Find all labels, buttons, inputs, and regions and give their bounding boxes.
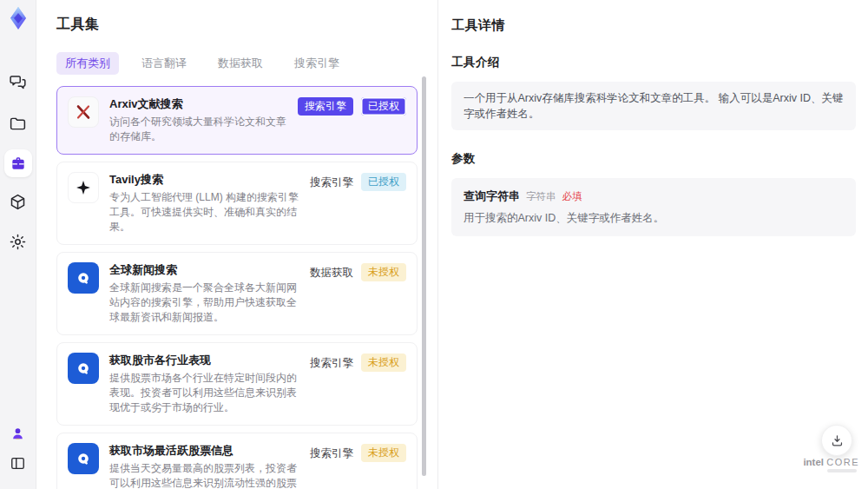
tavily-icon bbox=[68, 172, 99, 203]
parameter-description: 用于搜索的Arxiv ID、关键字或作者姓名。 bbox=[464, 211, 844, 226]
tool-list: Arxiv文献搜索 访问各个研究领域大量科学论文和文章的存储库。 搜索引擎 已授… bbox=[56, 86, 418, 489]
parameter-required-flag: 必填 bbox=[562, 190, 582, 203]
cube-icon[interactable] bbox=[6, 189, 30, 214]
app-logo-icon bbox=[6, 6, 30, 30]
tool-card-meta: 搜索引擎 未授权 bbox=[310, 443, 406, 489]
settings-gear-icon[interactable] bbox=[6, 229, 30, 254]
brand-sub-mark bbox=[827, 469, 857, 472]
tool-description: 提供当天交易量最高的股票列表，投资者可以利用这些信息来识别流动性强的股票和潜在的… bbox=[109, 461, 303, 489]
category-tag: 数据获取 bbox=[310, 263, 353, 281]
download-icon bbox=[830, 433, 845, 448]
status-badge: 未授权 bbox=[361, 263, 406, 281]
status-badge: 未授权 bbox=[361, 354, 406, 372]
parameter-head: 查询字符串 字符串 必填 bbox=[464, 188, 844, 204]
chat-icon[interactable] bbox=[6, 69, 30, 94]
user-avatar-icon[interactable] bbox=[6, 421, 30, 446]
tool-card-body: 全球新闻搜索 全球新闻搜索是一个聚合全球各大新闻网站内容的搜索引擎，帮助用户快速… bbox=[109, 262, 303, 325]
active-stocks-icon bbox=[68, 443, 99, 474]
category-tag: 搜索引擎 bbox=[298, 97, 353, 116]
collapse-sidebar-icon[interactable] bbox=[6, 451, 30, 475]
tool-name: Arxiv文献搜索 bbox=[109, 96, 291, 111]
tool-name: 获取市场最活跃股票信息 bbox=[109, 443, 303, 458]
category-tabs: 所有类别 语言翻译 数据获取 搜索引擎 bbox=[56, 52, 437, 75]
parameter-type: 字符串 bbox=[526, 190, 556, 203]
tab-all-categories[interactable]: 所有类别 bbox=[56, 52, 119, 75]
tool-name: Tavily搜索 bbox=[109, 172, 303, 187]
intro-heading: 工具介绍 bbox=[451, 55, 856, 70]
params-heading: 参数 bbox=[451, 151, 856, 167]
tool-card-global-news[interactable]: 全球新闻搜索 全球新闻搜索是一个聚合全球各大新闻网站内容的搜索引擎，帮助用户快速… bbox=[56, 252, 418, 335]
intel-core-logo: intel CORE bbox=[803, 457, 859, 472]
tool-card-active-stocks[interactable]: 获取市场最活跃股票信息 提供当天交易量最高的股票列表，投资者可以利用这些信息来识… bbox=[56, 433, 418, 489]
tab-language-translation[interactable]: 语言翻译 bbox=[133, 52, 195, 75]
category-tag: 搜索引擎 bbox=[310, 173, 353, 190]
brand-intel: intel bbox=[803, 457, 824, 467]
tool-list-panel: 工具集 所有类别 语言翻译 数据获取 搜索引擎 Arxiv文献搜索 访问各个研究… bbox=[36, 0, 438, 489]
tool-card-arxiv[interactable]: Arxiv文献搜索 访问各个研究领域大量科学论文和文章的存储库。 搜索引擎 已授… bbox=[56, 86, 418, 155]
tool-card-meta: 搜索引擎 未授权 bbox=[310, 353, 406, 415]
tool-intro-text: 一个用于从Arxiv存储库搜索科学论文和文章的工具。 输入可以是Arxiv ID… bbox=[451, 82, 856, 130]
sidebar bbox=[0, 0, 36, 489]
tool-description: 全球新闻搜索是一个聚合全球各大新闻网站内容的搜索引擎，帮助用户快速获取全球最新资… bbox=[109, 281, 303, 325]
parameter-item: 查询字符串 字符串 必填 用于搜索的Arxiv ID、关键字或作者姓名。 bbox=[451, 178, 856, 236]
tab-data-fetch[interactable]: 数据获取 bbox=[209, 52, 272, 75]
tab-search-engine[interactable]: 搜索引擎 bbox=[286, 52, 348, 75]
page-title: 工具集 bbox=[56, 16, 437, 34]
arxiv-icon bbox=[68, 96, 99, 128]
tool-card-body: 获取市场最活跃股票信息 提供当天交易量最高的股票列表，投资者可以利用这些信息来识… bbox=[109, 443, 303, 489]
tool-detail-panel: 工具详情 工具介绍 一个用于从Arxiv存储库搜索科学论文和文章的工具。 输入可… bbox=[439, 0, 868, 489]
list-scrollbar[interactable] bbox=[422, 76, 426, 476]
status-badge: 未授权 bbox=[361, 444, 406, 462]
sidebar-item-toolbox-active[interactable] bbox=[4, 149, 32, 177]
tool-description: 访问各个研究领域大量科学论文和文章的存储库。 bbox=[109, 115, 291, 144]
status-badge: 已授权 bbox=[361, 173, 406, 191]
tool-card-meta: 数据获取 未授权 bbox=[310, 262, 406, 325]
tool-card-stock-sectors[interactable]: 获取股市各行业表现 提供股票市场各个行业在特定时间段内的表现。投资者可以利用这些… bbox=[56, 342, 418, 426]
download-button[interactable] bbox=[821, 425, 852, 456]
folder-icon[interactable] bbox=[6, 111, 30, 135]
tool-description: 提供股票市场各个行业在特定时间段内的表现。投资者可以利用这些信息来识别表现优于或… bbox=[109, 371, 303, 415]
category-tag: 搜索引擎 bbox=[310, 354, 353, 371]
tool-card-meta: 搜索引擎 已授权 bbox=[298, 96, 406, 144]
detail-title: 工具详情 bbox=[451, 17, 856, 34]
tool-card-body: Arxiv文献搜索 访问各个研究领域大量科学论文和文章的存储库。 bbox=[109, 96, 291, 144]
tool-name: 全球新闻搜索 bbox=[109, 262, 303, 277]
parameter-name: 查询字符串 bbox=[464, 188, 520, 204]
status-badge: 已授权 bbox=[361, 97, 406, 116]
tool-name: 获取股市各行业表现 bbox=[109, 353, 303, 367]
tool-card-meta: 搜索引擎 已授权 bbox=[310, 172, 406, 235]
tool-card-body: 获取股市各行业表现 提供股票市场各个行业在特定时间段内的表现。投资者可以利用这些… bbox=[109, 353, 303, 415]
tool-card-tavily[interactable]: Tavily搜索 专为人工智能代理 (LLM) 构建的搜索引擎工具。可快速提供实… bbox=[56, 162, 418, 245]
global-news-search-icon bbox=[68, 262, 99, 294]
tool-description: 专为人工智能代理 (LLM) 构建的搜索引擎工具。可快速提供实时、准确和真实的结… bbox=[109, 190, 303, 235]
category-tag: 搜索引擎 bbox=[310, 444, 353, 461]
tool-card-body: Tavily搜索 专为人工智能代理 (LLM) 构建的搜索引擎工具。可快速提供实… bbox=[109, 172, 303, 235]
stock-sector-icon bbox=[68, 353, 99, 384]
brand-core: CORE bbox=[826, 457, 859, 467]
